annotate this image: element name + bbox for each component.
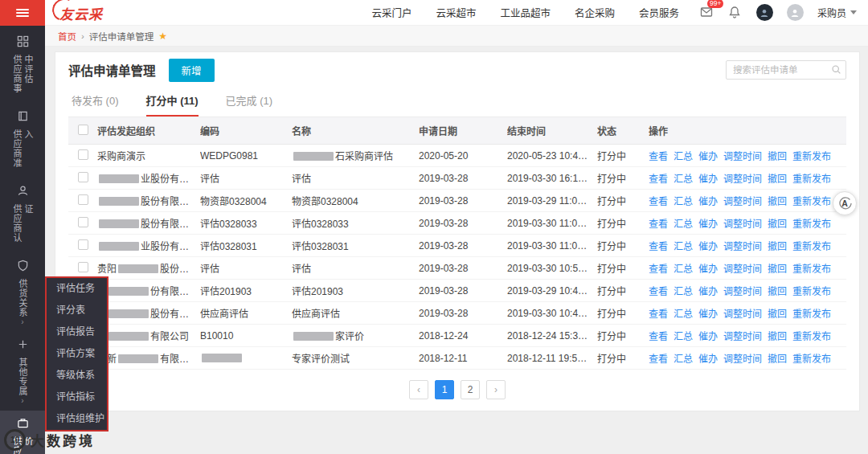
floating-helper-button[interactable]: A [833,191,857,215]
action-link-1[interactable]: 汇总 [674,239,693,252]
row-checkbox[interactable] [78,194,88,205]
action-link-0[interactable]: 查看 [649,284,668,297]
action-link-3[interactable]: 调整时间 [723,329,762,342]
row-checkbox[interactable] [78,217,88,227]
nav-item-0[interactable]: 云采门户 [371,5,411,20]
action-link-3[interactable]: 调整时间 [723,216,762,230]
sidebar-item-4[interactable]: 其他专属› [0,332,45,411]
row-checkbox[interactable] [78,172,88,182]
prev-page-button[interactable]: ‹ [409,380,428,399]
sidebar-item-1[interactable]: 供应商准入 [0,104,45,178]
submenu-item-5[interactable]: 评估指标 [47,387,107,408]
row-checkbox[interactable] [78,149,88,160]
action-link-5[interactable]: 重新发布 [792,329,831,342]
action-link-5[interactable]: 重新发布 [792,149,831,162]
bell-icon[interactable] [728,6,743,20]
action-link-4[interactable]: 撤回 [768,284,787,297]
action-link-2[interactable]: 催办 [698,284,718,297]
action-link-1[interactable]: 汇总 [674,261,693,275]
message-icon[interactable]: 99+ [700,6,714,20]
row-checkbox[interactable] [78,262,88,272]
user-avatar[interactable] [756,4,773,21]
action-link-4[interactable]: 撤回 [768,194,787,207]
tab-0[interactable]: 待发布 (0) [72,92,119,117]
page-button-1[interactable]: 1 [435,380,454,399]
action-link-1[interactable]: 汇总 [674,284,693,297]
action-link-1[interactable]: 汇总 [674,351,693,365]
page-button-2[interactable]: 2 [461,380,480,399]
action-link-4[interactable]: 撤回 [768,171,787,185]
action-link-5[interactable]: 重新发布 [792,261,831,275]
action-link-5[interactable]: 重新发布 [792,171,831,185]
nav-item-3[interactable]: 名企采购 [575,5,615,20]
action-link-1[interactable]: 汇总 [674,171,693,185]
brand-logo[interactable]: 友云采 [56,2,108,23]
action-link-0[interactable]: 查看 [649,149,668,162]
profile-avatar[interactable] [787,4,804,21]
action-link-3[interactable]: 调整时间 [723,149,762,162]
action-link-0[interactable]: 查看 [649,306,668,320]
action-link-2[interactable]: 催办 [698,239,718,252]
sidebar-item-0[interactable]: 供应商事中评估 [0,29,45,104]
action-link-0[interactable]: 查看 [649,194,668,207]
action-link-4[interactable]: 撤回 [768,239,787,252]
action-link-1[interactable]: 汇总 [674,194,693,207]
action-link-5[interactable]: 重新发布 [792,194,831,207]
favorite-star-icon[interactable]: ★ [158,31,167,42]
action-link-4[interactable]: 撤回 [768,306,787,320]
action-link-1[interactable]: 汇总 [674,149,693,162]
submenu-item-1[interactable]: 评分表 [47,300,107,321]
action-link-0[interactable]: 查看 [649,329,668,342]
action-link-2[interactable]: 催办 [698,261,718,275]
action-link-2[interactable]: 催办 [698,216,718,230]
action-link-4[interactable]: 撤回 [768,261,787,275]
action-link-1[interactable]: 汇总 [674,216,693,230]
action-link-0[interactable]: 查看 [649,216,668,230]
action-link-3[interactable]: 调整时间 [723,284,762,297]
action-link-5[interactable]: 重新发布 [792,306,831,320]
nav-item-2[interactable]: 工业品超市 [500,5,551,20]
action-link-5[interactable]: 重新发布 [792,284,831,297]
action-link-3[interactable]: 调整时间 [723,351,762,365]
action-link-1[interactable]: 汇总 [674,306,693,320]
submenu-item-4[interactable]: 等级体系 [47,365,107,387]
action-link-2[interactable]: 催办 [698,329,718,342]
nav-item-4[interactable]: 会员服务 [639,5,679,20]
search-input[interactable] [726,60,846,80]
tab-1[interactable]: 打分中 (11) [146,92,199,117]
user-role-dropdown[interactable]: 采购员 [817,6,857,19]
submenu-item-6[interactable]: 评估组维护 [47,408,107,430]
submenu-item-3[interactable]: 评估方案 [47,343,107,365]
action-link-4[interactable]: 撤回 [768,149,787,162]
action-link-3[interactable]: 调整时间 [723,239,762,252]
select-all-checkbox[interactable] [78,125,88,135]
action-link-1[interactable]: 汇总 [674,329,693,342]
action-link-2[interactable]: 催办 [698,351,718,365]
add-button[interactable]: 新增 [169,59,215,82]
action-link-0[interactable]: 查看 [649,351,668,365]
search-icon[interactable] [831,63,842,75]
sidebar-item-2[interactable]: 供应商认证 [0,178,45,253]
row-checkbox[interactable] [78,239,88,250]
action-link-0[interactable]: 查看 [649,171,668,185]
action-link-3[interactable]: 调整时间 [723,306,762,320]
action-link-5[interactable]: 重新发布 [792,239,831,252]
breadcrumb-home-link[interactable]: 首页 [58,30,76,43]
nav-item-1[interactable]: 云采超市 [436,5,476,20]
action-link-0[interactable]: 查看 [649,239,668,252]
action-link-5[interactable]: 重新发布 [792,216,831,230]
sidebar-item-3[interactable]: 供货关系› [0,253,45,332]
action-link-3[interactable]: 调整时间 [723,261,762,275]
action-link-3[interactable]: 调整时间 [723,194,762,207]
next-page-button[interactable]: › [486,380,506,399]
action-link-2[interactable]: 催办 [698,149,718,162]
action-link-0[interactable]: 查看 [649,261,668,275]
hamburger-menu-button[interactable] [0,0,45,26]
action-link-2[interactable]: 催办 [698,171,718,185]
action-link-2[interactable]: 催办 [698,194,718,207]
submenu-item-2[interactable]: 评估报告 [47,321,107,343]
tab-2[interactable]: 已完成 (1) [226,92,273,117]
action-link-4[interactable]: 撤回 [768,329,787,342]
action-link-2[interactable]: 催办 [698,306,718,320]
action-link-3[interactable]: 调整时间 [723,171,762,185]
